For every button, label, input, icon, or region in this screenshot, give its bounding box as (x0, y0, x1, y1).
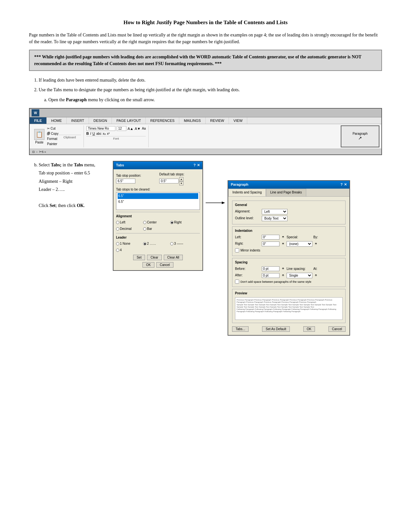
font-format-row: B I U abc x₂ x² (86, 132, 146, 135)
dialogs-area: Tabs ? ✕ Tab stop position: (113, 161, 203, 271)
left-indent-input[interactable] (262, 235, 279, 240)
set-button[interactable]: Set (133, 255, 145, 260)
copy-label: Copy (51, 131, 58, 136)
copy-button[interactable]: 🗐 Copy (47, 131, 58, 136)
shrink-icon[interactable]: A▼ (135, 127, 141, 131)
intro-paragraph: Page numbers in the Table of Contents an… (29, 32, 382, 45)
alignment-section-label: Alignment (116, 214, 200, 219)
alignment-line: Alignment – Right (39, 179, 73, 184)
by-label: By: (313, 235, 318, 240)
para-tabs-button[interactable]: Tabs... (232, 326, 249, 332)
para-cancel-button[interactable]: Cancel (328, 326, 346, 332)
dont-add-space-checkbox[interactable] (235, 280, 239, 284)
strikethrough-button[interactable]: abc (96, 132, 102, 135)
tab-list-box[interactable]: 6.5" 6.5" (116, 192, 200, 210)
tab-view[interactable]: VIEW (229, 117, 247, 124)
align-decimal-radio[interactable]: Decimal (116, 226, 142, 232)
tab-home[interactable]: HOME (47, 117, 67, 124)
tab-list-item-1[interactable]: 6.5" (118, 193, 198, 199)
action-line: Click Set; then click OK. (39, 203, 85, 208)
tab-stop-label: Tab stop position: (116, 173, 157, 178)
page-title: How to Right Justify Page Numbers in the… (29, 19, 382, 26)
clipboard-label: Clipboard (58, 135, 81, 139)
tab-file[interactable]: FILE (30, 117, 47, 124)
para-tab-line-breaks[interactable]: Line and Page Breaks (266, 189, 306, 196)
indentation-label: Indentation (235, 228, 343, 233)
leader-2-radio[interactable]: 2 …… (143, 241, 169, 246)
clear-all-button[interactable]: Clear All (164, 255, 183, 260)
font-size-input[interactable]: 12 (117, 126, 126, 131)
right-indent-input[interactable] (262, 241, 279, 246)
para-set-default-button[interactable]: Set As Default (262, 326, 289, 332)
subscript-button[interactable]: x₂ (103, 132, 106, 135)
before-spinner: ⬘ (282, 267, 284, 271)
general-section: General Alignment: Left Outline level: B… (232, 201, 346, 224)
para-question-icon[interactable]: ? (340, 182, 343, 188)
outline-level-label: Outline level: (235, 216, 259, 221)
mirror-indents-checkbox[interactable] (235, 248, 239, 252)
grow-icon[interactable]: A▲ (128, 127, 133, 131)
before-input[interactable] (262, 266, 279, 271)
para-tab-indents[interactable]: Indents and Spacing (228, 189, 266, 196)
para-ok-button[interactable]: OK (303, 326, 315, 332)
tab-list-item-2[interactable]: 6.5" (118, 199, 198, 205)
case-icon[interactable]: Aa (142, 127, 146, 130)
line-spacing-select[interactable]: Single (287, 273, 312, 278)
align-right-radio[interactable]: Right (170, 220, 196, 225)
tab-stop-input[interactable] (116, 179, 135, 183)
paragraph-arrow-icon[interactable]: ↗ (358, 135, 362, 141)
tabs-dialog-controls: ? ✕ (193, 163, 200, 168)
dont-add-space-row: Don't add space between paragraphs of th… (235, 280, 343, 284)
leader-3-radio[interactable]: 3 ------ (170, 241, 196, 246)
leader-4-radio[interactable]: 4 (116, 248, 142, 253)
step-2: Use the Tabs menu to designate the page … (39, 86, 382, 94)
tabs-separator-2 (116, 233, 200, 233)
tab-stop-line: Tab stop position – enter 6.5 (39, 171, 90, 175)
warning-box: *** While right-justified page numbers w… (29, 50, 382, 71)
preview-label: Preview (235, 291, 343, 296)
bold-button[interactable]: B (86, 132, 89, 135)
tabs-ok-button[interactable]: OK (142, 262, 154, 268)
leader-3-radio-circle (170, 242, 173, 245)
align-decimal-radio-circle (116, 227, 119, 231)
font-name-input[interactable]: Times New Ro (86, 126, 115, 131)
italic-button[interactable]: I (90, 132, 91, 135)
alignment-select[interactable]: Left (262, 209, 288, 214)
tab-insert[interactable]: INSERT (67, 117, 89, 124)
leader-1-radio[interactable]: 1 None (116, 241, 142, 246)
clipboard-actions: ✂ Cut 🗐 Copy Format Painter (47, 126, 58, 147)
align-left-radio[interactable]: Left (116, 220, 142, 225)
para-dialog-body: General Alignment: Left Outline level: B… (228, 197, 349, 335)
leader-1-label: 1 None (120, 241, 130, 246)
outline-level-select[interactable]: Body Text (262, 216, 288, 221)
align-right-label: Right (174, 220, 181, 225)
dialog-close-icon[interactable]: ✕ (197, 163, 200, 168)
tab-review[interactable]: REVIEW (206, 117, 229, 124)
default-tab-input[interactable] (159, 179, 179, 183)
special-select[interactable]: (none) (287, 241, 312, 247)
clear-button[interactable]: Clear (147, 255, 162, 260)
after-input[interactable] (262, 273, 279, 278)
tab-design[interactable]: DESIGN (89, 117, 112, 124)
para-button-row: Tabs... Set As Default OK Cancel (230, 325, 347, 333)
cut-button[interactable]: ✂ Cut (47, 126, 58, 131)
align-bar-radio[interactable]: Bar (143, 226, 169, 232)
sub-steps-list: Open the Paragraph menu by clicking on t… (48, 96, 382, 103)
tabs-cancel-button[interactable]: Cancel (156, 262, 173, 268)
para-close-icon[interactable]: ✕ (344, 182, 347, 188)
para-dialog-tabs: Indents and Spacing Line and Page Breaks (228, 189, 349, 197)
at-label: At: (313, 266, 317, 271)
tab-page-layout[interactable]: PAGE LAYOUT (112, 117, 146, 124)
spinner-up[interactable]: ▲ (179, 177, 183, 181)
tab-references[interactable]: REFERENCES (146, 117, 179, 124)
paste-button[interactable]: 📋 Paste (34, 129, 44, 144)
underline-button[interactable]: U (93, 132, 95, 135)
align-center-radio[interactable]: Center (143, 220, 169, 225)
tab-mailings[interactable]: MAILINGS (179, 117, 206, 124)
spinner-down[interactable]: ▼ (179, 181, 183, 185)
tabs-btn-row-1: Set Clear Clear All (116, 255, 200, 260)
superscript-button[interactable]: x² (107, 132, 110, 135)
font-group: Times New Ro 12 A▲ A▼ Aa B I U abc x₂ x²… (84, 125, 149, 147)
format-painter-button[interactable]: Format Painter (47, 136, 58, 147)
dialog-question-icon[interactable]: ? (193, 163, 196, 168)
